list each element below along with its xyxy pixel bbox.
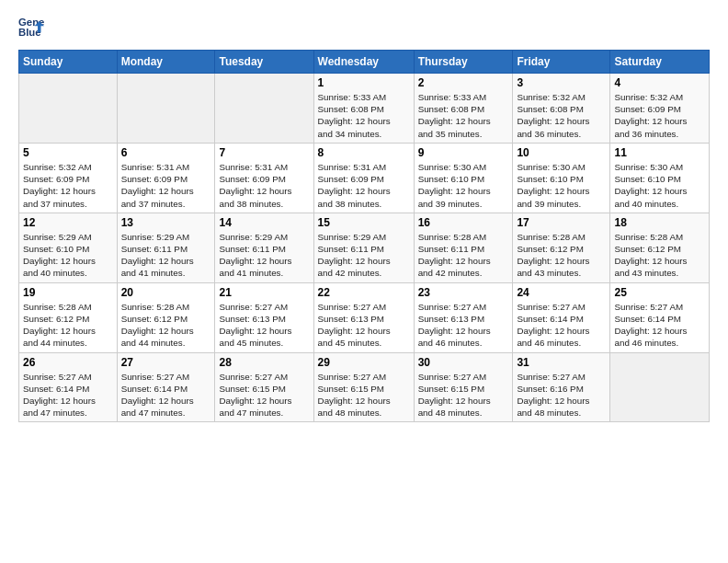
day-info: Sunrise: 5:27 AM Sunset: 6:16 PM Dayligh… — [517, 371, 606, 419]
calendar-cell: 2Sunrise: 5:33 AM Sunset: 6:08 PM Daylig… — [414, 74, 513, 144]
calendar-cell: 10Sunrise: 5:30 AM Sunset: 6:10 PM Dayli… — [513, 143, 610, 213]
calendar-cell: 21Sunrise: 5:27 AM Sunset: 6:13 PM Dayli… — [215, 282, 313, 352]
day-info: Sunrise: 5:30 AM Sunset: 6:10 PM Dayligh… — [517, 161, 606, 210]
calendar-cell: 3Sunrise: 5:32 AM Sunset: 6:08 PM Daylig… — [513, 74, 610, 144]
day-info: Sunrise: 5:32 AM Sunset: 6:08 PM Dayligh… — [517, 91, 606, 140]
calendar-cell — [610, 352, 710, 422]
calendar-week-row: 12Sunrise: 5:29 AM Sunset: 6:10 PM Dayli… — [19, 213, 710, 282]
day-info: Sunrise: 5:27 AM Sunset: 6:15 PM Dayligh… — [418, 371, 509, 419]
day-number: 27 — [121, 356, 211, 369]
day-number: 31 — [517, 356, 606, 369]
calendar-cell: 17Sunrise: 5:28 AM Sunset: 6:12 PM Dayli… — [513, 213, 610, 282]
calendar-week-row: 5Sunrise: 5:32 AM Sunset: 6:09 PM Daylig… — [19, 143, 710, 213]
logo: General Blue — [18, 15, 44, 40]
day-number: 6 — [121, 146, 211, 159]
page-container: General Blue SundayMondayTuesdayWednesda… — [0, 0, 728, 563]
calendar-cell — [19, 74, 118, 144]
calendar-cell: 26Sunrise: 5:27 AM Sunset: 6:14 PM Dayli… — [19, 352, 118, 422]
calendar-cell: 28Sunrise: 5:27 AM Sunset: 6:15 PM Dayli… — [215, 352, 313, 422]
day-info: Sunrise: 5:27 AM Sunset: 6:14 PM Dayligh… — [517, 301, 606, 350]
day-number: 24 — [517, 286, 606, 299]
day-number: 30 — [418, 356, 509, 369]
weekday-header: Friday — [513, 51, 610, 74]
day-info: Sunrise: 5:27 AM Sunset: 6:14 PM Dayligh… — [614, 301, 705, 350]
calendar-cell: 25Sunrise: 5:27 AM Sunset: 6:14 PM Dayli… — [610, 282, 710, 352]
day-number: 2 — [418, 76, 509, 89]
day-number: 18 — [614, 216, 705, 229]
calendar-cell: 6Sunrise: 5:31 AM Sunset: 6:09 PM Daylig… — [117, 143, 215, 213]
calendar-cell: 18Sunrise: 5:28 AM Sunset: 6:12 PM Dayli… — [610, 213, 710, 282]
calendar-cell: 4Sunrise: 5:32 AM Sunset: 6:09 PM Daylig… — [610, 74, 710, 144]
calendar-header: SundayMondayTuesdayWednesdayThursdayFrid… — [19, 51, 710, 74]
day-info: Sunrise: 5:33 AM Sunset: 6:08 PM Dayligh… — [418, 91, 509, 140]
calendar-cell — [215, 74, 313, 144]
calendar-cell: 1Sunrise: 5:33 AM Sunset: 6:08 PM Daylig… — [313, 74, 414, 144]
day-number: 20 — [121, 286, 211, 299]
calendar-cell: 11Sunrise: 5:30 AM Sunset: 6:10 PM Dayli… — [610, 143, 710, 213]
day-info: Sunrise: 5:31 AM Sunset: 6:09 PM Dayligh… — [318, 161, 410, 210]
calendar-cell: 16Sunrise: 5:28 AM Sunset: 6:11 PM Dayli… — [414, 213, 513, 282]
logo-icon: General Blue — [18, 15, 44, 40]
calendar-body: 1Sunrise: 5:33 AM Sunset: 6:08 PM Daylig… — [19, 74, 710, 422]
day-number: 25 — [614, 286, 705, 299]
calendar-cell — [117, 74, 215, 144]
day-number: 15 — [318, 216, 410, 229]
calendar-week-row: 19Sunrise: 5:28 AM Sunset: 6:12 PM Dayli… — [19, 282, 710, 352]
day-info: Sunrise: 5:27 AM Sunset: 6:15 PM Dayligh… — [219, 371, 309, 419]
calendar-week-row: 1Sunrise: 5:33 AM Sunset: 6:08 PM Daylig… — [19, 74, 710, 144]
day-info: Sunrise: 5:33 AM Sunset: 6:08 PM Dayligh… — [318, 91, 410, 140]
day-number: 10 — [517, 146, 606, 159]
calendar-table: SundayMondayTuesdayWednesdayThursdayFrid… — [18, 50, 710, 422]
day-info: Sunrise: 5:28 AM Sunset: 6:12 PM Dayligh… — [614, 231, 705, 280]
day-number: 22 — [318, 286, 410, 299]
day-info: Sunrise: 5:28 AM Sunset: 6:11 PM Dayligh… — [418, 231, 509, 280]
weekday-header: Thursday — [414, 51, 513, 74]
calendar-cell: 30Sunrise: 5:27 AM Sunset: 6:15 PM Dayli… — [414, 352, 513, 422]
day-number: 21 — [219, 286, 309, 299]
day-info: Sunrise: 5:29 AM Sunset: 6:11 PM Dayligh… — [219, 231, 309, 280]
calendar-cell: 9Sunrise: 5:30 AM Sunset: 6:10 PM Daylig… — [414, 143, 513, 213]
day-info: Sunrise: 5:30 AM Sunset: 6:10 PM Dayligh… — [614, 161, 705, 210]
weekday-header: Sunday — [19, 51, 118, 74]
calendar-cell: 22Sunrise: 5:27 AM Sunset: 6:13 PM Dayli… — [313, 282, 414, 352]
day-info: Sunrise: 5:31 AM Sunset: 6:09 PM Dayligh… — [219, 161, 309, 210]
day-number: 11 — [614, 146, 705, 159]
day-number: 4 — [614, 76, 705, 89]
day-number: 17 — [517, 216, 606, 229]
calendar-cell: 8Sunrise: 5:31 AM Sunset: 6:09 PM Daylig… — [313, 143, 414, 213]
day-info: Sunrise: 5:31 AM Sunset: 6:09 PM Dayligh… — [121, 161, 211, 210]
day-info: Sunrise: 5:27 AM Sunset: 6:14 PM Dayligh… — [23, 371, 113, 419]
day-info: Sunrise: 5:29 AM Sunset: 6:11 PM Dayligh… — [318, 231, 410, 280]
day-info: Sunrise: 5:28 AM Sunset: 6:12 PM Dayligh… — [23, 301, 113, 350]
day-number: 13 — [121, 216, 211, 229]
calendar-cell: 5Sunrise: 5:32 AM Sunset: 6:09 PM Daylig… — [19, 143, 118, 213]
calendar-cell: 20Sunrise: 5:28 AM Sunset: 6:12 PM Dayli… — [117, 282, 215, 352]
svg-text:Blue: Blue — [18, 27, 41, 38]
day-number: 3 — [517, 76, 606, 89]
day-number: 19 — [23, 286, 113, 299]
day-number: 28 — [219, 356, 309, 369]
day-info: Sunrise: 5:27 AM Sunset: 6:13 PM Dayligh… — [318, 301, 410, 350]
day-info: Sunrise: 5:32 AM Sunset: 6:09 PM Dayligh… — [23, 161, 113, 210]
calendar-cell: 27Sunrise: 5:27 AM Sunset: 6:14 PM Dayli… — [117, 352, 215, 422]
day-number: 1 — [318, 76, 410, 89]
day-number: 29 — [318, 356, 410, 369]
day-info: Sunrise: 5:27 AM Sunset: 6:13 PM Dayligh… — [418, 301, 509, 350]
calendar-cell: 15Sunrise: 5:29 AM Sunset: 6:11 PM Dayli… — [313, 213, 414, 282]
page-header: General Blue — [18, 15, 710, 40]
calendar-cell: 14Sunrise: 5:29 AM Sunset: 6:11 PM Dayli… — [215, 213, 313, 282]
day-number: 5 — [23, 146, 113, 159]
weekday-header: Monday — [117, 51, 215, 74]
calendar-cell: 23Sunrise: 5:27 AM Sunset: 6:13 PM Dayli… — [414, 282, 513, 352]
day-number: 16 — [418, 216, 509, 229]
day-number: 26 — [23, 356, 113, 369]
day-number: 8 — [318, 146, 410, 159]
calendar-cell: 13Sunrise: 5:29 AM Sunset: 6:11 PM Dayli… — [117, 213, 215, 282]
day-number: 9 — [418, 146, 509, 159]
day-info: Sunrise: 5:30 AM Sunset: 6:10 PM Dayligh… — [418, 161, 509, 210]
day-number: 14 — [219, 216, 309, 229]
day-info: Sunrise: 5:27 AM Sunset: 6:14 PM Dayligh… — [121, 371, 211, 419]
day-number: 12 — [23, 216, 113, 229]
calendar-week-row: 26Sunrise: 5:27 AM Sunset: 6:14 PM Dayli… — [19, 352, 710, 422]
day-number: 7 — [219, 146, 309, 159]
